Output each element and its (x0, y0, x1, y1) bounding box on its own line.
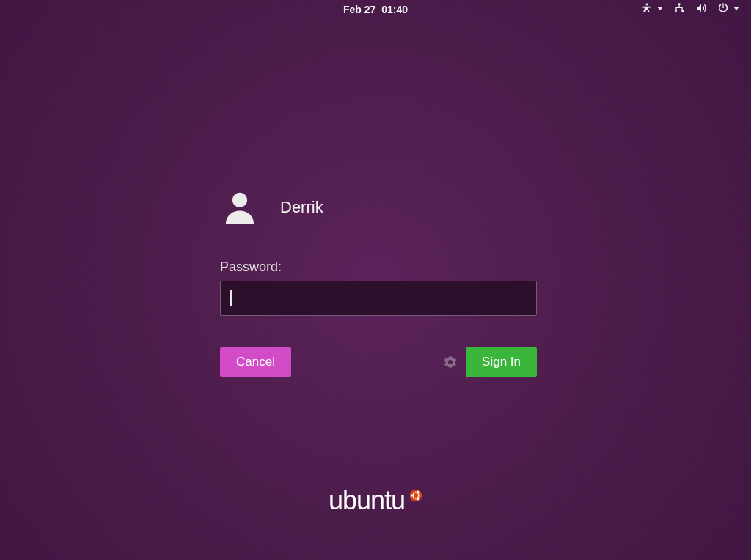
username-label: Derrik (280, 198, 323, 217)
date-text: Feb 27 (343, 4, 376, 15)
network-icon (673, 2, 685, 14)
svg-rect-2 (675, 10, 677, 12)
sign-in-button[interactable]: Sign In (466, 347, 537, 377)
password-input[interactable] (220, 281, 537, 316)
clock-area: Feb 27 01:40 (343, 4, 408, 15)
os-branding: ubuntu (329, 485, 422, 516)
user-row: Derrik (220, 188, 537, 227)
svg-point-7 (411, 495, 413, 497)
svg-rect-1 (678, 3, 681, 5)
network-indicator[interactable] (673, 2, 685, 14)
password-label: Password: (220, 259, 537, 275)
svg-point-8 (417, 491, 419, 493)
sound-indicator[interactable] (695, 2, 707, 14)
text-caret (230, 290, 232, 306)
svg-point-4 (232, 193, 247, 207)
branding-text: ubuntu (329, 485, 405, 516)
login-panel: Derrik Password: Cancel Sign In (220, 188, 537, 377)
svg-point-9 (417, 498, 419, 500)
chevron-down-icon (657, 7, 663, 10)
ubuntu-logo-icon (409, 489, 422, 502)
time-text: 01:40 (381, 4, 408, 15)
power-menu[interactable] (717, 2, 739, 14)
top-bar: Feb 27 01:40 (0, 0, 751, 21)
accessibility-menu[interactable] (641, 2, 663, 14)
chevron-down-icon (733, 7, 739, 10)
user-avatar-icon (220, 188, 260, 227)
svg-point-0 (646, 4, 648, 6)
svg-rect-3 (681, 10, 684, 12)
gear-icon[interactable] (444, 355, 457, 369)
cancel-button[interactable]: Cancel (220, 347, 291, 377)
sound-icon (695, 2, 707, 14)
power-icon (717, 2, 729, 14)
accessibility-icon (641, 2, 653, 14)
